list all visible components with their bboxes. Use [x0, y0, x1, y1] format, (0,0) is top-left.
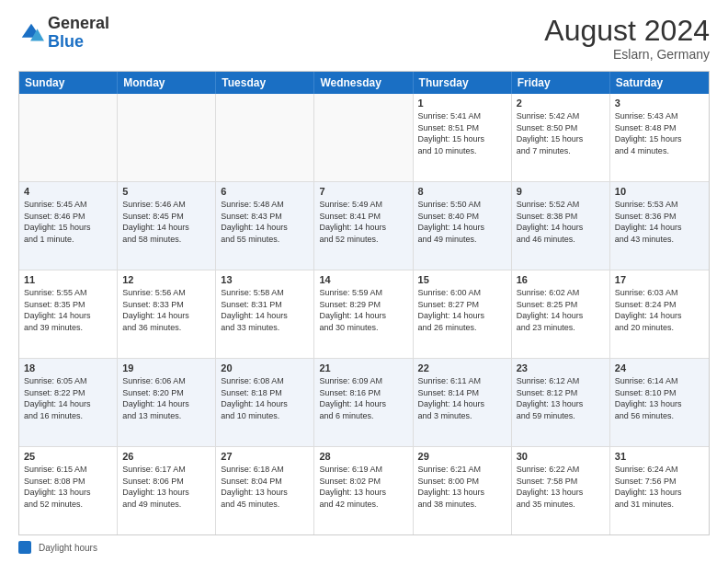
day-cell: 22Sunrise: 6:11 AM Sunset: 8:14 PM Dayli… [414, 359, 512, 446]
header-saturday: Saturday [610, 72, 709, 94]
header-tuesday: Tuesday [216, 72, 314, 94]
day-number: 31 [615, 451, 704, 462]
legend-box [18, 541, 31, 554]
week-row: 1Sunrise: 5:41 AM Sunset: 8:51 PM Daylig… [19, 94, 709, 182]
day-info: Sunrise: 5:43 AM Sunset: 8:48 PM Dayligh… [615, 110, 704, 156]
day-number: 30 [517, 451, 605, 462]
day-info: Sunrise: 6:18 AM Sunset: 8:04 PM Dayligh… [221, 464, 309, 510]
day-info: Sunrise: 5:48 AM Sunset: 8:43 PM Dayligh… [221, 199, 309, 245]
month-year: August 2024 [544, 15, 710, 47]
day-cell: 8Sunrise: 5:50 AM Sunset: 8:40 PM Daylig… [414, 182, 512, 270]
page: General Blue August 2024 Eslarn, Germany… [0, 0, 728, 563]
day-cell: 25Sunrise: 6:15 AM Sunset: 8:08 PM Dayli… [19, 447, 118, 534]
day-cell: 13Sunrise: 5:58 AM Sunset: 8:31 PM Dayli… [216, 270, 314, 358]
logo-icon [18, 20, 44, 46]
day-info: Sunrise: 6:12 AM Sunset: 8:12 PM Dayligh… [517, 375, 605, 421]
day-number: 24 [615, 362, 704, 373]
legend-label: Daylight hours [39, 543, 97, 553]
day-number: 5 [122, 186, 210, 197]
header-wednesday: Wednesday [314, 72, 413, 94]
day-info: Sunrise: 6:08 AM Sunset: 8:18 PM Dayligh… [221, 375, 309, 421]
day-info: Sunrise: 6:15 AM Sunset: 8:08 PM Dayligh… [24, 464, 112, 510]
day-info: Sunrise: 6:24 AM Sunset: 7:56 PM Dayligh… [615, 464, 704, 510]
day-cell: 7Sunrise: 5:49 AM Sunset: 8:41 PM Daylig… [314, 182, 413, 270]
day-cell [314, 94, 413, 181]
header-sunday: Sunday [19, 72, 118, 94]
day-number: 3 [615, 98, 704, 109]
day-cell [216, 94, 314, 181]
day-cell: 24Sunrise: 6:14 AM Sunset: 8:10 PM Dayli… [610, 359, 709, 446]
week-row: 11Sunrise: 5:55 AM Sunset: 8:35 PM Dayli… [19, 270, 709, 359]
day-cell: 21Sunrise: 6:09 AM Sunset: 8:16 PM Dayli… [314, 359, 413, 446]
day-info: Sunrise: 6:14 AM Sunset: 8:10 PM Dayligh… [615, 375, 704, 421]
day-headers: Sunday Monday Tuesday Wednesday Thursday… [19, 72, 709, 94]
day-number: 14 [319, 274, 407, 285]
logo: General Blue [18, 15, 109, 52]
day-info: Sunrise: 5:59 AM Sunset: 8:29 PM Dayligh… [319, 287, 407, 333]
day-number: 16 [517, 274, 605, 285]
day-number: 22 [418, 362, 506, 373]
logo-blue: Blue [48, 32, 84, 51]
header-thursday: Thursday [414, 72, 512, 94]
day-info: Sunrise: 6:00 AM Sunset: 8:27 PM Dayligh… [418, 287, 506, 333]
day-cell [19, 94, 118, 181]
week-row: 4Sunrise: 5:45 AM Sunset: 8:46 PM Daylig… [19, 182, 709, 270]
day-cell: 26Sunrise: 6:17 AM Sunset: 8:06 PM Dayli… [118, 447, 216, 534]
day-cell: 15Sunrise: 6:00 AM Sunset: 8:27 PM Dayli… [414, 270, 512, 358]
day-info: Sunrise: 6:11 AM Sunset: 8:14 PM Dayligh… [418, 375, 506, 421]
day-info: Sunrise: 5:41 AM Sunset: 8:51 PM Dayligh… [418, 110, 506, 156]
day-number: 25 [24, 451, 112, 462]
day-cell: 4Sunrise: 5:45 AM Sunset: 8:46 PM Daylig… [19, 182, 118, 270]
title-block: August 2024 Eslarn, Germany [544, 15, 710, 62]
day-number: 15 [418, 274, 506, 285]
day-info: Sunrise: 5:50 AM Sunset: 8:40 PM Dayligh… [418, 199, 506, 245]
day-number: 11 [24, 274, 112, 285]
footer: Daylight hours [18, 535, 710, 554]
day-info: Sunrise: 6:02 AM Sunset: 8:25 PM Dayligh… [517, 287, 605, 333]
day-number: 10 [615, 186, 704, 197]
day-number: 17 [615, 274, 704, 285]
day-cell: 5Sunrise: 5:46 AM Sunset: 8:45 PM Daylig… [118, 182, 216, 270]
logo-general: General [48, 14, 109, 32]
day-info: Sunrise: 5:55 AM Sunset: 8:35 PM Dayligh… [24, 287, 112, 333]
day-number: 27 [221, 451, 309, 462]
day-info: Sunrise: 5:42 AM Sunset: 8:50 PM Dayligh… [517, 110, 605, 156]
header-friday: Friday [512, 72, 610, 94]
day-info: Sunrise: 6:03 AM Sunset: 8:24 PM Dayligh… [615, 287, 704, 333]
day-cell: 30Sunrise: 6:22 AM Sunset: 7:58 PM Dayli… [512, 447, 610, 534]
day-cell: 10Sunrise: 5:53 AM Sunset: 8:36 PM Dayli… [610, 182, 709, 270]
day-cell: 14Sunrise: 5:59 AM Sunset: 8:29 PM Dayli… [314, 270, 413, 358]
day-info: Sunrise: 5:49 AM Sunset: 8:41 PM Dayligh… [319, 199, 407, 245]
day-number: 9 [517, 186, 605, 197]
day-number: 6 [221, 186, 309, 197]
day-info: Sunrise: 5:52 AM Sunset: 8:38 PM Dayligh… [517, 199, 605, 245]
day-info: Sunrise: 5:58 AM Sunset: 8:31 PM Dayligh… [221, 287, 309, 333]
day-number: 8 [418, 186, 506, 197]
day-number: 12 [122, 274, 210, 285]
calendar-body: 1Sunrise: 5:41 AM Sunset: 8:51 PM Daylig… [19, 94, 709, 534]
day-number: 1 [418, 98, 506, 109]
day-cell: 12Sunrise: 5:56 AM Sunset: 8:33 PM Dayli… [118, 270, 216, 358]
day-cell [118, 94, 216, 181]
day-number: 13 [221, 274, 309, 285]
day-info: Sunrise: 6:05 AM Sunset: 8:22 PM Dayligh… [24, 375, 112, 421]
day-number: 19 [122, 362, 210, 373]
day-info: Sunrise: 5:46 AM Sunset: 8:45 PM Dayligh… [122, 199, 210, 245]
day-cell: 20Sunrise: 6:08 AM Sunset: 8:18 PM Dayli… [216, 359, 314, 446]
week-row: 25Sunrise: 6:15 AM Sunset: 8:08 PM Dayli… [19, 447, 709, 534]
calendar: Sunday Monday Tuesday Wednesday Thursday… [18, 71, 710, 535]
day-cell: 23Sunrise: 6:12 AM Sunset: 8:12 PM Dayli… [512, 359, 610, 446]
day-number: 7 [319, 186, 407, 197]
day-cell: 18Sunrise: 6:05 AM Sunset: 8:22 PM Dayli… [19, 359, 118, 446]
day-info: Sunrise: 5:45 AM Sunset: 8:46 PM Dayligh… [24, 199, 112, 245]
day-cell: 1Sunrise: 5:41 AM Sunset: 8:51 PM Daylig… [414, 94, 512, 181]
day-info: Sunrise: 6:17 AM Sunset: 8:06 PM Dayligh… [122, 464, 210, 510]
day-cell: 27Sunrise: 6:18 AM Sunset: 8:04 PM Dayli… [216, 447, 314, 534]
day-cell: 3Sunrise: 5:43 AM Sunset: 8:48 PM Daylig… [610, 94, 709, 181]
day-info: Sunrise: 6:09 AM Sunset: 8:16 PM Dayligh… [319, 375, 407, 421]
day-info: Sunrise: 6:21 AM Sunset: 8:00 PM Dayligh… [418, 464, 506, 510]
day-cell: 19Sunrise: 6:06 AM Sunset: 8:20 PM Dayli… [118, 359, 216, 446]
day-number: 26 [122, 451, 210, 462]
header-monday: Monday [118, 72, 216, 94]
day-number: 20 [221, 362, 309, 373]
